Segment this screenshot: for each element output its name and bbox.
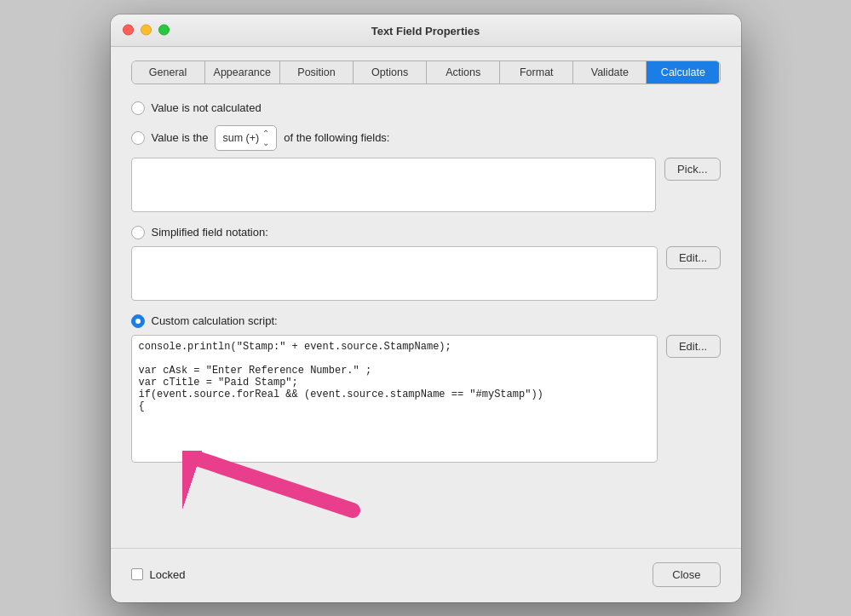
dropdown-value: sum (+) xyxy=(222,132,259,144)
following-fields-label: of the following fields: xyxy=(284,131,389,144)
pick-button[interactable]: Pick... xyxy=(664,158,720,181)
radio-custom-script[interactable] xyxy=(131,314,145,328)
radio-simplified[interactable] xyxy=(131,226,145,239)
simplified-radio-row: Simplified field notation: xyxy=(131,226,721,239)
edit-button-1[interactable]: Edit... xyxy=(666,246,721,269)
tab-calculate[interactable]: Calculate xyxy=(647,61,719,83)
field-input-row: Pick... xyxy=(131,158,721,212)
close-window-button[interactable] xyxy=(123,25,134,36)
simplified-input[interactable] xyxy=(131,246,658,301)
radio-not-calculated-label: Value is not calculated xyxy=(152,101,262,114)
locked-row: Locked xyxy=(131,568,186,581)
radio-not-calculated[interactable] xyxy=(131,101,145,115)
content-area: General Appearance Position Options Acti… xyxy=(111,47,741,480)
tab-general[interactable]: General xyxy=(132,61,205,83)
window-title: Text Field Properties xyxy=(371,25,480,37)
bottom-bar: Locked Close xyxy=(111,548,741,602)
locked-label: Locked xyxy=(150,568,186,581)
tab-options[interactable]: Options xyxy=(354,61,427,83)
script-area-container: Edit... xyxy=(131,335,721,463)
window-controls xyxy=(123,25,170,36)
title-bar: Text Field Properties xyxy=(111,14,741,47)
tab-format[interactable]: Format xyxy=(500,61,573,83)
radio-value-is-row: Value is the sum (+) ⌃⌄ of the following… xyxy=(131,125,721,151)
script-input[interactable] xyxy=(131,335,658,463)
locked-checkbox[interactable] xyxy=(131,568,143,580)
dropdown-arrow-icon: ⌃⌄ xyxy=(262,129,269,147)
fields-input[interactable] xyxy=(131,158,657,212)
tab-bar: General Appearance Position Options Acti… xyxy=(131,60,721,84)
simplified-label: Simplified field notation: xyxy=(152,226,268,239)
tab-actions[interactable]: Actions xyxy=(427,61,500,83)
minimize-window-button[interactable] xyxy=(141,25,152,36)
maximize-window-button[interactable] xyxy=(158,25,170,36)
tab-position[interactable]: Position xyxy=(280,61,354,83)
radio-value-is[interactable] xyxy=(131,131,145,145)
edit-button-2[interactable]: Edit... xyxy=(666,335,721,358)
svg-line-1 xyxy=(199,459,353,510)
custom-script-section: Custom calculation script: Edit... xyxy=(131,314,721,463)
sum-dropdown[interactable]: sum (+) ⌃⌄ xyxy=(215,125,277,151)
tab-validate[interactable]: Validate xyxy=(573,61,647,83)
radio-value-is-label: Value is the xyxy=(152,131,209,144)
radio-not-calculated-row: Value is not calculated xyxy=(131,101,721,115)
tab-appearance[interactable]: Appearance xyxy=(205,61,280,83)
simplified-input-row: Edit... xyxy=(131,246,721,301)
close-button[interactable]: Close xyxy=(653,562,720,587)
custom-script-label: Custom calculation script: xyxy=(152,314,278,327)
script-row: Edit... xyxy=(131,335,721,463)
custom-script-header: Custom calculation script: xyxy=(131,314,721,328)
dialog: Text Field Properties General Appearance… xyxy=(111,14,741,602)
